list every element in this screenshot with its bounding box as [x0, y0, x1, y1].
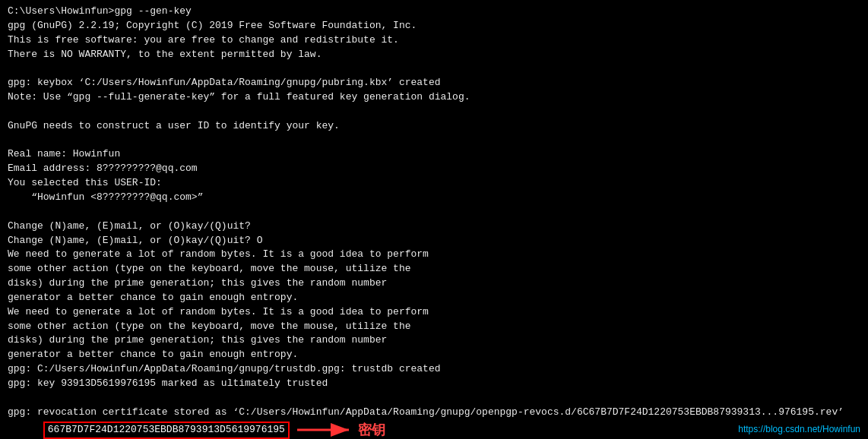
line-16: generator a better chance to gain enough… [8, 291, 860, 305]
line-8: Email address: 8?????????@qq.com [8, 162, 860, 176]
annotation-label: 密钥 [358, 420, 385, 439]
key-id-prefix [8, 423, 43, 437]
line-15: disks) during the prime generation; this… [8, 276, 860, 291]
line-21: gpg: C:/Users/Howinfun/AppData/Roaming/g… [8, 362, 860, 377]
line-9: You selected this USER-ID: [8, 176, 860, 191]
blank-2 [8, 105, 860, 119]
line-3: There is NO WARRANTY, to the extent perm… [8, 48, 860, 62]
key-id-box: 667B7D7F24D1220753EBDB8793913D5619976195 [43, 422, 290, 439]
line-7: Real name: Howinfun [8, 147, 860, 162]
pub-line: gpg: revocation certificate stored as ‘C… [8, 406, 860, 420]
line-12: Change (N)ame, (E)mail, or (O)kay/(Q)uit… [8, 234, 860, 248]
blank-3 [8, 134, 860, 148]
line-19: disks) during the prime generation; this… [8, 333, 860, 348]
blank-1 [8, 62, 860, 76]
cmd-line: C:\Users\Howinfun>gpg --gen-key [8, 5, 860, 19]
line-11: Change (N)ame, (E)mail, or (O)kay/(Q)uit… [8, 220, 860, 234]
terminal-window: C:\Users\Howinfun>gpg --gen-key gpg (Gnu… [0, 0, 868, 439]
line-2: This is free software: you are free to c… [8, 33, 860, 48]
line-4: gpg: keybox ‘C:/Users/Howinfun/AppData/R… [8, 76, 860, 90]
line-20: generator a better chance to gain enough… [8, 348, 860, 362]
blank-5 [8, 391, 860, 406]
blog-link[interactable]: https://blog.csdn.net/Howinfun [738, 424, 860, 434]
blank-4 [8, 205, 860, 220]
line-6: GnuPG needs to construct a user ID to id… [8, 119, 860, 134]
line-1: gpg (GnuPG) 2.2.19; Copyright (C) 2019 F… [8, 19, 860, 33]
line-10: “Howinfun <8????????@qq.com>” [8, 191, 860, 205]
arrow-svg [297, 419, 358, 439]
line-17: We need to generate a lot of random byte… [8, 305, 860, 320]
line-5: Note: Use “gpg --full-generate-key” for … [8, 90, 860, 105]
line-22: gpg: key 93913D5619976195 marked as ulti… [8, 377, 860, 391]
line-14: some other action (type on the keyboard,… [8, 262, 860, 276]
line-18: some other action (type on the keyboard,… [8, 320, 860, 334]
key-id-row: 667B7D7F24D1220753EBDB8793913D5619976195… [8, 419, 860, 439]
line-13: We need to generate a lot of random byte… [8, 248, 860, 262]
